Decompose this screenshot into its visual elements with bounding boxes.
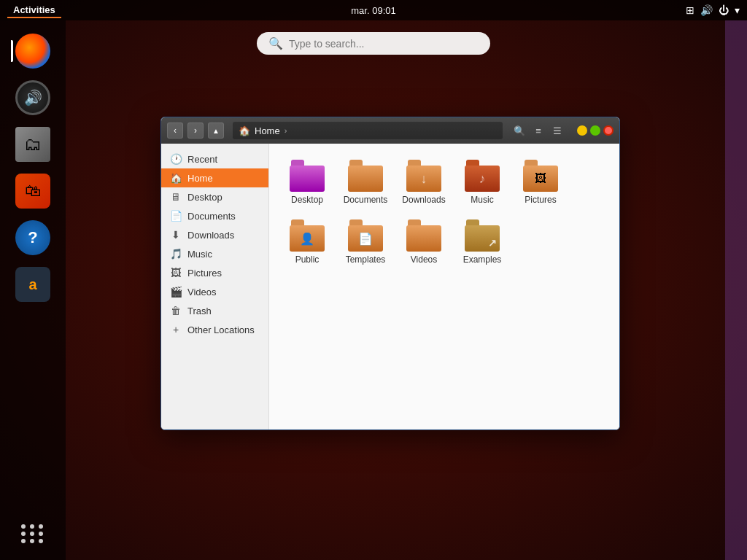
minimize-button[interactable] <box>577 125 587 136</box>
videos-icon: 🎬 <box>170 286 182 298</box>
sidebar-item-downloads[interactable]: ⬇ Downloads <box>161 225 268 244</box>
close-button[interactable] <box>603 125 614 136</box>
music-icon: 🎵 <box>170 248 182 260</box>
sidebar-item-desktop[interactable]: 🖥 Desktop <box>161 187 268 206</box>
sidebar-label-pictures: Pictures <box>187 268 222 279</box>
active-indicator <box>11 40 13 62</box>
fm-titlebar: ‹ › ▲ 🏠 Home › 🔍 ≡ ☰ <box>161 117 619 144</box>
file-item-examples[interactable]: Examples <box>456 215 508 269</box>
sidebar-label-other-locations: Other Locations <box>187 324 255 335</box>
pictures-icon: 🖼 <box>170 267 182 279</box>
desktop-icon: 🖥 <box>170 191 182 203</box>
sidebar-item-trash[interactable]: 🗑 Trash <box>161 301 268 320</box>
sidebar-label-recent: Recent <box>187 154 217 165</box>
view-options-button[interactable]: ≡ <box>530 122 546 139</box>
search-container: 🔍 <box>257 32 490 55</box>
folder-icon-pictures <box>523 160 558 192</box>
file-label-downloads: Downloads <box>402 195 445 205</box>
file-label-documents: Documents <box>344 195 388 205</box>
network-icon[interactable]: ⊞ <box>686 4 694 16</box>
appstore-icon: 🛍 <box>15 174 50 209</box>
amazon-icon: a <box>15 267 50 302</box>
clock: mar. 09:01 <box>351 5 395 16</box>
sidebar-label-documents: Documents <box>187 211 236 222</box>
dock-item-amazon[interactable]: a <box>11 262 55 306</box>
sidebar-label-home: Home <box>187 173 213 184</box>
dock-item-files[interactable]: 🗂 <box>11 122 55 166</box>
sidebar-item-documents[interactable]: 📄 Documents <box>161 206 268 225</box>
home-icon: 🏠 <box>170 172 182 184</box>
file-label-pictures: Pictures <box>525 195 556 205</box>
dock-item-help[interactable]: ? <box>11 216 55 260</box>
file-label-desktop: Desktop <box>291 195 323 205</box>
search-files-button[interactable]: 🔍 <box>511 122 527 139</box>
file-item-downloads[interactable]: Downloads <box>398 155 450 209</box>
firefox-icon <box>15 34 50 69</box>
file-item-videos[interactable]: Videos <box>398 215 450 269</box>
file-label-templates: Templates <box>346 254 386 265</box>
show-apps-button[interactable] <box>15 516 50 551</box>
file-item-desktop[interactable]: Desktop <box>281 155 333 209</box>
search-box: 🔍 <box>257 32 490 55</box>
file-manager-window: ‹ › ▲ 🏠 Home › 🔍 ≡ ☰ 🕐 Recent 🏠 <box>160 117 620 430</box>
sidebar-item-other-locations[interactable]: + Other Locations <box>161 320 268 339</box>
maximize-button[interactable] <box>590 125 600 136</box>
file-label-videos: Videos <box>411 254 437 265</box>
file-item-pictures[interactable]: Pictures <box>514 155 567 209</box>
path-bar: 🏠 Home › <box>233 122 503 139</box>
files-grid: Desktop Documents Downloads <box>281 155 608 270</box>
search-icon: 🔍 <box>268 36 283 50</box>
volume-icon[interactable]: 🔊 <box>700 4 713 16</box>
folder-icon-documents <box>348 160 383 192</box>
apps-grid-icon <box>21 524 44 543</box>
sidebar-label-music: Music <box>187 249 212 260</box>
rhythmbox-icon <box>15 80 50 115</box>
dock-item-rhythmbox[interactable] <box>11 76 55 120</box>
files-icon: 🗂 <box>15 127 50 162</box>
file-label-music: Music <box>471 195 493 205</box>
forward-button[interactable]: › <box>187 122 204 139</box>
power-arrow-icon[interactable]: ▾ <box>735 4 740 16</box>
sidebar-item-home[interactable]: 🏠 Home <box>161 168 268 187</box>
folder-icon-public <box>290 219 325 252</box>
sidebar-label-desktop: Desktop <box>187 192 222 203</box>
file-item-public[interactable]: Public <box>281 215 333 269</box>
fm-main: Desktop Documents Downloads <box>269 144 619 429</box>
sidebar-item-recent[interactable]: 🕐 Recent <box>161 149 268 168</box>
file-item-templates[interactable]: Templates <box>339 215 392 269</box>
file-label-public: Public <box>295 254 320 265</box>
help-icon: ? <box>15 220 50 255</box>
folder-icon-videos <box>406 219 441 252</box>
sidebar-item-pictures[interactable]: 🖼 Pictures <box>161 263 268 282</box>
other-locations-icon: + <box>170 324 182 335</box>
list-view-button[interactable]: ☰ <box>549 122 565 139</box>
path-label: Home <box>255 125 280 136</box>
topbar: Activities mar. 09:01 ⊞ 🔊 ⏻ ▾ <box>0 0 747 20</box>
up-button[interactable]: ▲ <box>208 122 224 139</box>
trash-icon: 🗑 <box>170 305 182 316</box>
dock-item-appstore[interactable]: 🛍 <box>11 169 55 213</box>
folder-icon-music <box>465 160 500 192</box>
power-icon[interactable]: ⏻ <box>719 4 729 16</box>
sidebar-item-music[interactable]: 🎵 Music <box>161 244 268 263</box>
dock: 🗂 🛍 ? a <box>0 20 66 560</box>
folder-icon-examples <box>465 219 500 252</box>
home-path-icon: 🏠 <box>239 125 250 136</box>
right-panel-preview <box>725 20 747 560</box>
fm-body: 🕐 Recent 🏠 Home 🖥 Desktop 📄 Documents ⬇ … <box>161 144 619 429</box>
folder-icon-desktop <box>290 160 325 192</box>
dock-item-firefox[interactable] <box>11 29 55 73</box>
activities-button[interactable]: Activities <box>7 3 61 18</box>
folder-icon-templates <box>348 219 383 252</box>
search-input[interactable] <box>289 38 479 50</box>
fm-sidebar: 🕐 Recent 🏠 Home 🖥 Desktop 📄 Documents ⬇ … <box>161 144 269 429</box>
recent-icon: 🕐 <box>170 153 182 165</box>
back-button[interactable]: ‹ <box>167 122 183 139</box>
sidebar-item-videos[interactable]: 🎬 Videos <box>161 282 268 301</box>
sidebar-label-trash: Trash <box>187 306 212 316</box>
file-item-documents[interactable]: Documents <box>339 155 392 209</box>
fm-toolbar-right: 🔍 ≡ ☰ <box>511 122 614 139</box>
file-item-music[interactable]: Music <box>456 155 508 209</box>
sidebar-label-downloads: Downloads <box>187 230 234 241</box>
path-arrow-icon: › <box>285 126 287 135</box>
